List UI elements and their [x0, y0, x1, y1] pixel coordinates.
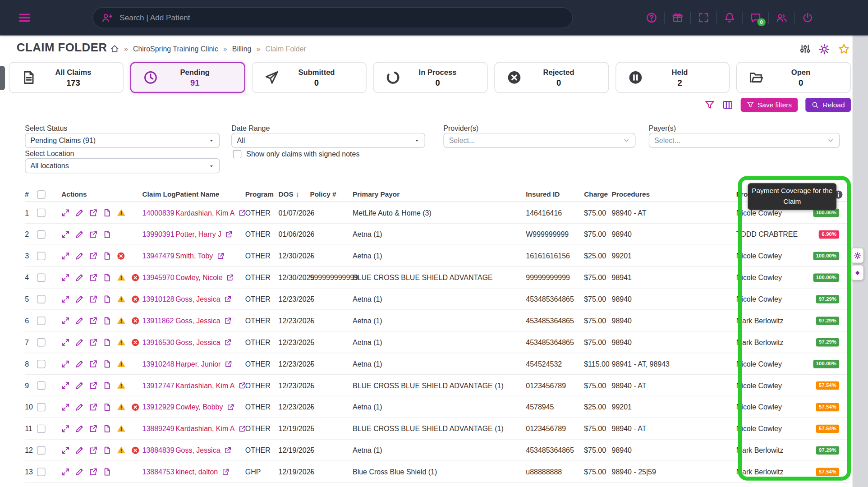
patient-name-link[interactable]: Goss, Jessica — [175, 446, 220, 454]
location-select[interactable]: All locations — [25, 158, 220, 173]
row-checkbox[interactable] — [37, 381, 45, 389]
claim-log-link[interactable]: 14000839 — [142, 208, 176, 216]
menu-icon[interactable] — [18, 11, 32, 24]
edit-icon[interactable] — [75, 252, 83, 260]
open-claim-icon[interactable] — [89, 359, 97, 368]
tab-rejected[interactable]: Rejected0 — [494, 62, 609, 93]
note-icon[interactable] — [103, 403, 111, 411]
checkbox[interactable] — [233, 150, 241, 158]
edit-icon[interactable] — [75, 424, 83, 432]
edit-icon[interactable] — [75, 273, 83, 281]
external-link-icon[interactable] — [222, 468, 229, 475]
expand-icon[interactable] — [61, 468, 69, 476]
note-icon[interactable] — [103, 295, 111, 303]
claim-log-link[interactable]: 13945970 — [142, 273, 176, 281]
note-icon[interactable] — [103, 424, 111, 432]
open-claim-icon[interactable] — [89, 403, 97, 411]
row-checkbox[interactable] — [37, 468, 45, 476]
patient-name-link[interactable]: Harper, Junior — [175, 359, 220, 368]
expand-icon[interactable] — [61, 381, 69, 389]
edit-icon[interactable] — [75, 403, 83, 411]
patient-name-link[interactable]: Cowley, Bobby — [175, 403, 223, 411]
columns-icon[interactable] — [722, 100, 733, 110]
tab-pending[interactable]: Pending91 — [130, 62, 245, 93]
note-icon[interactable] — [103, 317, 111, 325]
open-claim-icon[interactable] — [89, 446, 97, 454]
open-claim-icon[interactable] — [89, 317, 97, 325]
expand-icon[interactable] — [61, 230, 69, 238]
status-select[interactable]: Pending Claims (91) — [25, 133, 220, 148]
tab-in-process[interactable]: In Process0 — [373, 62, 488, 93]
expand-icon[interactable] — [61, 317, 69, 325]
patient-name-link[interactable]: Kardashian, Kim A — [175, 424, 234, 432]
note-icon[interactable] — [103, 359, 111, 368]
row-checkbox[interactable] — [37, 252, 45, 260]
claim-log-link[interactable]: 13884753 — [142, 468, 176, 476]
breadcrumb-clinic[interactable]: ChiroSpring Training Clinic — [133, 45, 218, 53]
side-settings-tab[interactable] — [851, 248, 863, 263]
open-claim-icon[interactable] — [89, 468, 97, 476]
side-widget-tab[interactable] — [851, 265, 863, 280]
expand-icon[interactable] — [61, 273, 69, 281]
col-dos-sort[interactable]: DOS ↓ — [279, 190, 310, 198]
edit-icon[interactable] — [75, 317, 83, 325]
favorite-star-icon[interactable] — [838, 43, 850, 55]
patient-name-link[interactable]: Kardashian, Kim A — [175, 208, 234, 216]
claim-log-link[interactable]: 13910248 — [142, 359, 176, 368]
select-all-checkbox[interactable] — [37, 190, 45, 198]
home-icon[interactable] — [110, 44, 119, 53]
expand-icon[interactable] — [61, 295, 69, 303]
claim-log-link[interactable]: 13916530 — [142, 338, 176, 346]
expand-icon[interactable] — [61, 252, 69, 260]
external-link-icon[interactable] — [224, 446, 231, 454]
gift-icon[interactable] — [672, 12, 683, 23]
patient-name-link[interactable]: Goss, Jessica — [175, 317, 220, 325]
row-checkbox[interactable] — [37, 295, 45, 303]
expand-icon[interactable] — [61, 403, 69, 411]
payers-select[interactable]: Select... — [649, 133, 840, 148]
external-link-icon[interactable] — [225, 360, 232, 368]
note-icon[interactable] — [103, 252, 111, 260]
open-claim-icon[interactable] — [89, 273, 97, 281]
expand-icon[interactable] — [61, 338, 69, 346]
row-checkbox[interactable] — [37, 338, 45, 346]
row-checkbox[interactable] — [37, 424, 45, 432]
claim-log-link[interactable]: 13910128 — [142, 295, 176, 303]
note-icon[interactable] — [103, 273, 111, 281]
reload-button[interactable]: Reload — [806, 98, 851, 112]
external-link-icon[interactable] — [217, 252, 224, 259]
note-icon[interactable] — [103, 338, 111, 346]
claim-log-link[interactable]: 13912747 — [142, 381, 176, 389]
expand-icon[interactable] — [61, 208, 69, 216]
edit-icon[interactable] — [75, 230, 83, 238]
sliders-icon[interactable] — [800, 44, 810, 54]
claim-log-link[interactable]: 13889249 — [142, 424, 176, 432]
open-claim-icon[interactable] — [89, 381, 97, 389]
left-edge-tab[interactable] — [0, 66, 5, 90]
edit-icon[interactable] — [75, 338, 83, 346]
signed-notes-checkbox[interactable]: Show only claims with signed notes — [233, 150, 360, 158]
row-checkbox[interactable] — [37, 230, 45, 238]
chat-icon-wrap[interactable]: 0 — [750, 12, 762, 23]
patient-name-link[interactable]: Goss, Jessica — [175, 338, 220, 346]
claim-log-link[interactable]: 13947479 — [142, 252, 176, 260]
filter-icon[interactable] — [704, 100, 714, 110]
external-link-icon[interactable] — [239, 209, 246, 216]
help-icon[interactable] — [646, 12, 657, 23]
fullscreen-icon[interactable] — [698, 12, 709, 23]
row-checkbox[interactable] — [37, 359, 45, 368]
note-icon[interactable] — [103, 208, 111, 216]
row-checkbox[interactable] — [37, 273, 45, 281]
claim-log-link[interactable]: 13912929 — [142, 403, 176, 411]
row-checkbox[interactable] — [37, 403, 45, 411]
claim-log-link[interactable]: 13884839 — [142, 446, 176, 454]
external-link-icon[interactable] — [225, 230, 233, 238]
patient-name-link[interactable]: Goss, Jessica — [175, 295, 220, 303]
save-filters-button[interactable]: Save filters — [740, 98, 798, 112]
gear-icon[interactable] — [819, 43, 830, 55]
date-range-select[interactable]: All — [231, 133, 425, 148]
open-claim-icon[interactable] — [89, 230, 97, 238]
open-claim-icon[interactable] — [89, 252, 97, 260]
tab-held[interactable]: Held2 — [615, 62, 730, 93]
edit-icon[interactable] — [75, 381, 83, 389]
